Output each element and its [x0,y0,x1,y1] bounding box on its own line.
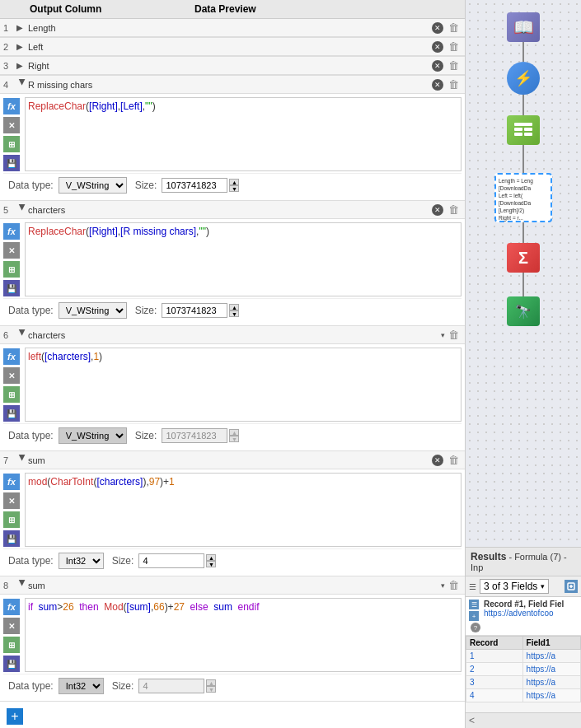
expand-arrow-1[interactable]: ▶ [16,23,28,32]
close-btn-2[interactable]: ✕ [432,41,443,53]
size-down-4[interactable]: ▼ [229,185,239,192]
datatype-select-6[interactable]: V_WString [59,427,127,444]
expand-arrow-8[interactable]: ▶ [18,580,27,591]
cell-field1: https://a [522,676,580,689]
close-btn-1[interactable]: ✕ [432,22,443,34]
field-dropdown-arrow-6[interactable]: ▾ [441,331,445,339]
close-btn-5[interactable]: ✕ [432,204,443,216]
nav-left-arrow[interactable]: < [467,715,476,726]
size-input-7[interactable] [138,553,204,568]
formula-node[interactable]: Length = Leng [DownloadDa Left = left( [… [494,173,552,222]
formula-row-2: 2 ▶ Left ✕ 🗑 [0,38,465,57]
results-table[interactable]: Record Field1 1https://a2https://a3https… [466,636,581,712]
trash-icon-6[interactable]: 🗑 [448,329,462,341]
row-header-7[interactable]: 7 ▶ sum ✕ 🗑 [0,451,465,469]
results-action-icon-1[interactable] [565,580,578,593]
formula-expression-5[interactable]: ReplaceChar([Right],[R missing chars],""… [25,222,462,296]
trash-icon-1[interactable]: 🗑 [448,21,462,34]
size-down-5[interactable]: ▼ [229,310,239,317]
trash-icon-4[interactable]: 🗑 [448,78,462,91]
table-node[interactable] [507,115,540,145]
table-row: 4https://a [466,689,581,702]
size-spinner-8: ▲ ▼ [206,679,216,693]
fields-count-dropdown[interactable]: 3 of 3 Fields ▾ [480,579,549,594]
formula-save-icon-4: 💾 [3,155,20,171]
size-down-6[interactable]: ▼ [229,436,239,442]
formula-x-icon-4: ✕ [3,117,20,133]
row-header-5[interactable]: 5 ▶ charcters ✕ 🗑 [0,201,465,219]
row-header-1[interactable]: 1 ▶ Length ✕ 🗑 [0,19,465,37]
formula-save-icon-6: 💾 [3,405,20,422]
field-name-5: charcters [28,205,432,215]
table-row: 2https://a [466,663,581,676]
expand-arrow-7[interactable]: ▶ [18,455,27,466]
nav-arrows: < [466,712,581,728]
record-add-icon[interactable]: + [469,611,479,621]
expand-arrow-2[interactable]: ▶ [16,42,28,51]
formula-expression-7[interactable]: mod(CharToInt([charcters]),97)+1 [25,473,462,547]
formula-copy-icon-5: ⊞ [3,261,20,278]
formula-save-icon-8: 💾 [3,656,20,672]
cell-record: 3 [466,676,523,689]
connector-3-4 [522,145,524,173]
size-down-7[interactable]: ▼ [206,561,216,567]
help-icon[interactable]: ? [471,623,480,632]
formula-expression-4[interactable]: ReplaceChar([Right],[Left],"") [25,97,462,171]
size-input-6[interactable] [162,428,227,443]
connector-5-6 [522,273,524,296]
expand-arrow-3[interactable]: ▶ [16,61,28,70]
add-row-button[interactable]: + [7,708,23,725]
book-node[interactable]: 📖 [507,12,540,42]
fields-row: ☰ 3 of 3 Fields ▾ [466,576,581,597]
size-up-4[interactable]: ▲ [229,179,239,185]
formula-content-4: fx ✕ ⊞ 💾 ReplaceChar([Right],[Left],"") … [0,94,465,200]
size-down-8[interactable]: ▼ [206,686,216,693]
size-up-7[interactable]: ▲ [206,554,216,561]
size-up-8[interactable]: ▲ [206,679,216,686]
formula-expression-8[interactable]: if sum>26 then Mod([sum],66)+27 else sum… [25,598,462,672]
trash-icon-8[interactable]: 🗑 [448,579,462,591]
datatype-select-5[interactable]: V_WString [59,302,127,319]
formula-expression-6[interactable]: left([charcters],1) [25,348,462,422]
size-input-4[interactable] [162,178,227,193]
size-input-8[interactable] [138,679,204,693]
formula-row-4: 4 ▶ R missing chars ✕ 🗑 fx ✕ ⊞ 💾 Replace… [0,76,465,201]
size-input-5[interactable] [162,303,227,318]
lightning-node[interactable]: ⚡ [507,62,540,95]
field-dropdown-arrow-8[interactable]: ▾ [441,581,445,590]
formula-row-6: 6 ▶ charcters ▾ 🗑 fx ✕ ⊞ 💾 left([charcte… [0,326,465,451]
row-header-2[interactable]: 2 ▶ Left ✕ 🗑 [0,38,465,56]
row-header-3[interactable]: 3 ▶ Right ✕ 🗑 [0,57,465,75]
formula-content-5: fx ✕ ⊞ 💾 ReplaceChar([Right],[R missing … [0,219,465,325]
datatype-select-8[interactable]: Int32 [59,678,104,694]
datatype-label-7: Data type: [8,555,54,567]
expand-arrow-4[interactable]: ▶ [18,79,27,91]
trash-icon-2[interactable]: 🗑 [448,40,462,53]
expand-arrow-6[interactable]: ▶ [18,329,27,341]
formula-x-icon-6: ✕ [3,367,20,384]
size-up-5[interactable]: ▲ [229,304,239,310]
row-header-6[interactable]: 6 ▶ charcters ▾ 🗑 [0,326,465,344]
close-btn-3[interactable]: ✕ [432,60,443,72]
expand-arrow-5[interactable]: ▶ [18,204,27,216]
close-btn-7[interactable]: ✕ [432,455,443,466]
size-up-6[interactable]: ▲ [229,429,239,436]
trash-icon-5[interactable]: 🗑 [448,203,462,216]
trash-icon-7[interactable]: 🗑 [448,454,462,466]
datatype-select-4[interactable]: V_WString [59,177,127,194]
size-spinner-6: ▲ ▼ [229,429,239,442]
row-header-4[interactable]: 4 ▶ R missing chars ✕ 🗑 [0,76,465,94]
row-number-6: 6 [3,330,16,340]
connector-1-2 [522,42,524,62]
formula-content-8: fx ✕ ⊞ 💾 if sum>26 then Mod([sum],66)+27… [0,595,465,701]
sum-node[interactable]: Σ [507,243,540,273]
close-btn-4[interactable]: ✕ [432,79,443,91]
trash-icon-3[interactable]: 🗑 [448,59,462,72]
row-header-8[interactable]: 8 ▶ sum ▾ 🗑 [0,576,465,595]
binoculars-node[interactable]: 🔭 [507,296,540,326]
cell-record: 2 [466,663,523,676]
datatype-row-5: Data type: V_WString Size: ▲ ▼ [3,298,462,322]
formula-row-3: 3 ▶ Right ✕ 🗑 [0,57,465,76]
record-browse-icon[interactable]: ☰ [469,600,479,609]
datatype-select-7[interactable]: Int32 [59,553,104,569]
